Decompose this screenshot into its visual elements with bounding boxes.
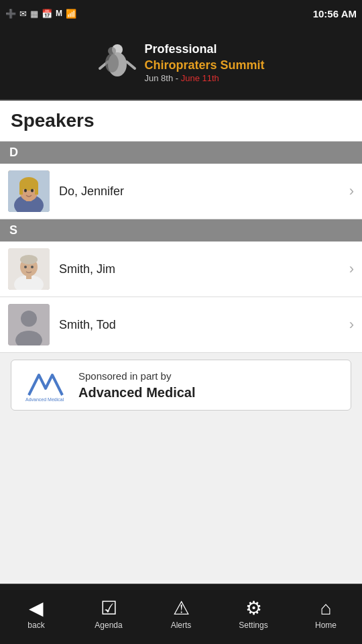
title-line2-normal: Chiropraters: [144, 58, 220, 72]
sponsor-label: Sponsored in part by: [78, 369, 196, 383]
speaker-name-tod-smith: Smith, Tod: [59, 318, 344, 332]
avatar-jennifer-do: [8, 170, 50, 212]
clock: 10:56 AM: [313, 8, 357, 19]
page-title: Speakers: [11, 110, 351, 131]
chevron-icon-jim-smith: ›: [349, 260, 354, 278]
svg-point-21: [31, 266, 34, 268]
status-bar: ➕ ✉ ▦ 📅 M 📶 10:56 AM: [0, 0, 362, 27]
app-header: Professional Chiropraters Summit Jun 8th…: [0, 27, 362, 101]
gmail-icon: M: [56, 9, 62, 18]
agenda-icon: ☑: [101, 599, 117, 618]
nav-item-alerts[interactable]: ⚠ Alerts: [145, 584, 217, 644]
svg-point-14: [31, 189, 34, 193]
svg-rect-11: [19, 184, 23, 195]
section-header-d: D: [0, 142, 362, 164]
nav-item-back[interactable]: ◀ back: [0, 584, 72, 644]
sim-icon: ▦: [30, 9, 38, 19]
logo-icon: [97, 43, 137, 83]
title-line2-accent: Summit: [221, 58, 265, 72]
title-line1: Professional: [144, 42, 264, 57]
chevron-icon-tod-smith: ›: [349, 316, 354, 333]
nav-label-home: Home: [315, 621, 337, 630]
alerts-icon: ⚠: [173, 599, 190, 618]
sponsor-name: Advanced Medical: [78, 383, 196, 402]
speaker-name-jennifer-do: Do, Jennifer: [59, 184, 344, 199]
sponsor-banner: Advanced Medical Sponsored in part by Ad…: [11, 360, 351, 411]
avatar-tod-smith: [8, 304, 50, 345]
nav-item-settings[interactable]: ⚙ Settings: [217, 584, 290, 644]
status-icons-left: ➕ ✉ ▦ 📅 M 📶: [5, 9, 76, 19]
speaker-name-jim-smith: Smith, Jim: [59, 262, 344, 276]
calendar-icon: 📅: [42, 9, 52, 19]
nav-item-agenda[interactable]: ☑ Agenda: [72, 584, 145, 644]
home-icon: ⌂: [320, 599, 332, 618]
sponsor-logo-icon: Advanced Medical: [22, 368, 69, 402]
nav-label-alerts: Alerts: [171, 621, 192, 630]
nav-label-agenda: Agenda: [95, 621, 122, 630]
back-icon: ◀: [29, 599, 44, 618]
page-title-section: Speakers: [0, 101, 362, 142]
sponsor-text: Sponsored in part by Advanced Medical: [78, 369, 196, 402]
svg-rect-12: [35, 184, 38, 195]
section-header-s: S: [0, 219, 362, 241]
svg-point-23: [21, 311, 37, 327]
title-line2: Chiropraters Summit: [144, 58, 264, 73]
email-icon: ✉: [19, 9, 27, 19]
svg-point-20: [24, 266, 27, 268]
nav-label-settings: Settings: [239, 621, 267, 630]
header-logo: Professional Chiropraters Summit Jun 8th…: [97, 42, 264, 85]
speaker-row-jim-smith[interactable]: Smith, Jim ›: [0, 241, 362, 297]
date-line: Jun 8th - June 11th: [144, 73, 264, 85]
add-icon: ➕: [5, 9, 16, 19]
svg-text:Advanced Medical: Advanced Medical: [25, 397, 64, 402]
nav-label-back: back: [27, 621, 44, 630]
speaker-row-jennifer-do[interactable]: Do, Jennifer ›: [0, 164, 362, 219]
settings-icon: ⚙: [245, 599, 262, 618]
speaker-row-tod-smith[interactable]: Smith, Tod ›: [0, 297, 362, 353]
header-text: Professional Chiropraters Summit Jun 8th…: [144, 42, 264, 85]
svg-line-3: [127, 62, 135, 68]
wifi-icon: 📶: [66, 9, 76, 19]
svg-point-13: [24, 189, 27, 193]
svg-point-5: [105, 54, 119, 72]
chevron-icon-jennifer-do: ›: [349, 182, 354, 200]
speakers-list: D Do, Jen: [0, 142, 362, 584]
svg-point-19: [20, 255, 38, 264]
bottom-nav: ◀ back ☑ Agenda ⚠ Alerts ⚙ Settings ⌂ Ho…: [0, 584, 362, 644]
avatar-jim-smith: [8, 248, 50, 290]
nav-item-home[interactable]: ⌂ Home: [290, 584, 362, 644]
